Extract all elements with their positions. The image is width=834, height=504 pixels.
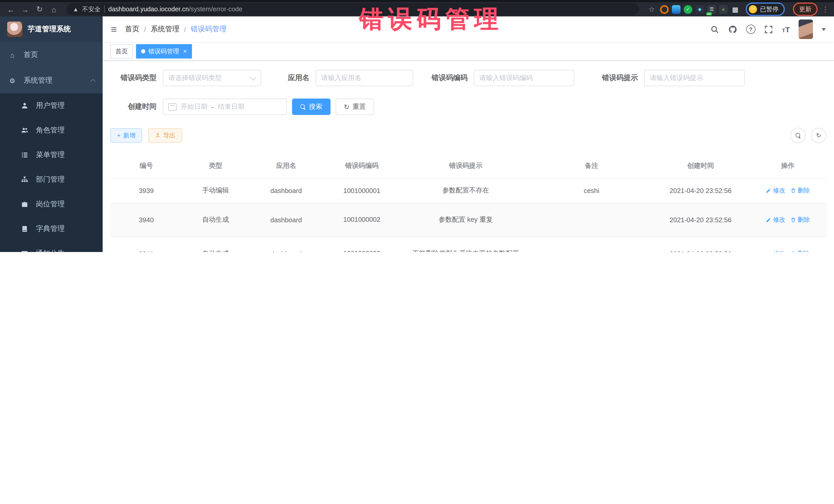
- help-icon[interactable]: ?: [746, 25, 755, 34]
- gear-icon: ⚙: [8, 76, 17, 85]
- user-avatar[interactable]: [798, 20, 813, 39]
- caret-down-icon[interactable]: [822, 28, 826, 30]
- calendar-icon: [168, 103, 177, 111]
- tag-error-code[interactable]: 错误码管理 ×: [136, 44, 192, 59]
- edit-link[interactable]: 修改: [766, 215, 785, 224]
- fullscreen-icon[interactable]: [764, 25, 773, 34]
- hamburger-icon[interactable]: ≡: [111, 23, 117, 35]
- error-type-select[interactable]: 请选择错误码类型: [163, 70, 261, 86]
- cell-hint: 参数配置 key 重复: [400, 203, 531, 237]
- sidebar-item-label: 部门管理: [36, 175, 95, 184]
- sidebar-item-roles[interactable]: 角色管理: [0, 118, 103, 143]
- error-code-table: 编号 类型 应用名 错误码编码 错误码提示 备注 创建时间 操作 3939 手动…: [110, 153, 826, 252]
- edit-link[interactable]: 修改: [766, 186, 785, 195]
- cell-remark: ceshi: [531, 178, 652, 203]
- active-dot-icon: [141, 49, 145, 53]
- bookmark-star-icon[interactable]: ☆: [649, 5, 655, 13]
- refresh-button[interactable]: ↻: [811, 128, 826, 143]
- close-icon[interactable]: ×: [183, 48, 187, 55]
- sidebar-item-posts[interactable]: 岗位管理: [0, 192, 103, 217]
- download-icon: [155, 132, 161, 139]
- users-icon: [21, 126, 29, 134]
- sidebar-item-system[interactable]: ⚙ 系统管理: [0, 68, 103, 93]
- extension-icon-switch[interactable]: on☰: [707, 5, 716, 14]
- filter-error-type: 错误码类型 请选择错误码类型: [110, 70, 261, 86]
- sidebar-item-home[interactable]: ⌂ 首页: [0, 42, 103, 68]
- reset-button[interactable]: ↻ 重置: [336, 98, 374, 115]
- app-name: 芋道管理系统: [28, 25, 71, 34]
- cell-remark: [531, 203, 652, 237]
- table-body: 3939 手动编辑 dashboard 1001000001 参数配置不存在 c…: [110, 178, 826, 252]
- error-code-input[interactable]: 请输入错误码编码: [474, 70, 574, 86]
- home-icon[interactable]: ⌂: [48, 5, 60, 14]
- page-content: 错误码类型 请选择错误码类型 应用名 请输入应用名 错误码编码: [103, 61, 834, 252]
- cell-app: dashboard: [249, 203, 323, 237]
- sidebar-item-label: 首页: [24, 50, 95, 60]
- main-panel: ≡ 首页 / 系统管理 / 错误码管理 ? TT: [103, 17, 834, 252]
- tag-home[interactable]: 首页: [110, 44, 133, 59]
- app-name-input[interactable]: 请输入应用名: [316, 70, 413, 86]
- col-header-app: 应用名: [249, 153, 323, 178]
- extension-icon-target[interactable]: [660, 5, 669, 14]
- sidebar-item-label: 角色管理: [36, 126, 95, 135]
- forward-icon[interactable]: →: [20, 5, 31, 14]
- sidebar-item-menus[interactable]: 菜单管理: [0, 143, 103, 167]
- cell-code: 1001000003: [323, 237, 400, 252]
- button-label: 重置: [353, 102, 366, 111]
- sidebar-item-departments[interactable]: 部门管理: [0, 167, 103, 192]
- profile-paused-badge[interactable]: 已暂停: [746, 3, 785, 16]
- placeholder: 请输入错误码提示: [650, 73, 739, 83]
- logo[interactable]: 芋道管理系统: [0, 17, 103, 42]
- add-button[interactable]: + 新增: [110, 128, 142, 143]
- delete-link[interactable]: 删除: [790, 186, 810, 195]
- update-button[interactable]: 更新: [793, 3, 817, 16]
- extension-icon-puzzle[interactable]: ▩: [731, 5, 740, 14]
- chevron-down-icon: [250, 74, 256, 80]
- address-bar[interactable]: ▲ 不安全 dashboard.yudao.iocoder.cn/system/…: [67, 3, 639, 15]
- security-label[interactable]: 不安全: [82, 5, 101, 14]
- delete-link[interactable]: 删除: [790, 215, 810, 224]
- edit-link[interactable]: 修改: [766, 249, 785, 252]
- breadcrumb-home[interactable]: 首页: [125, 25, 139, 34]
- extension-icon-grid[interactable]: ◆: [696, 5, 704, 14]
- search-icon[interactable]: [710, 25, 719, 34]
- extension-icon-gem[interactable]: [672, 5, 681, 14]
- sidebar-submenu: 用户管理 角色管理 菜单管理 部门管理 岗位管理: [0, 93, 103, 252]
- table-row: 3939 手动编辑 dashboard 1001000001 参数配置不存在 c…: [110, 178, 826, 203]
- export-button[interactable]: 导出: [148, 128, 182, 143]
- filter-row-2: 创建时间 开始日期 - 结束日期 搜索 ↻ 重置: [110, 98, 826, 115]
- sidebar-item-users[interactable]: 用户管理: [0, 93, 103, 118]
- cell-hint: 参数配置不存在: [400, 178, 531, 203]
- search-toggle-button[interactable]: [790, 128, 806, 143]
- back-icon[interactable]: ←: [5, 5, 17, 14]
- font-size-icon[interactable]: TT: [782, 25, 790, 34]
- sidebar-item-dict[interactable]: 字典管理: [0, 217, 103, 241]
- cell-ops: 修改 删除: [749, 203, 826, 237]
- end-date-placeholder: 结束日期: [218, 102, 245, 111]
- extension-icon-check[interactable]: ✓: [684, 5, 692, 14]
- reload-icon[interactable]: ↻: [34, 5, 45, 14]
- button-label: 搜索: [309, 102, 322, 111]
- error-hint-input[interactable]: 请输入错误码提示: [644, 70, 745, 86]
- briefcase-icon: [21, 200, 29, 209]
- breadcrumb: 首页 / 系统管理 / 错误码管理: [125, 25, 226, 34]
- search-button[interactable]: 搜索: [292, 98, 331, 115]
- breadcrumb-system[interactable]: 系统管理: [151, 25, 179, 34]
- cell-remark: [531, 237, 652, 252]
- table-row: 3941 自动生成 dashboard 1001000003 不能删除类型为系统…: [110, 237, 826, 252]
- extension-icon-key[interactable]: ⚹: [719, 5, 728, 14]
- plus-icon: +: [117, 132, 120, 139]
- delete-link[interactable]: 删除: [790, 249, 810, 252]
- cell-hint: 不能删除类型为系统内置的参数配置: [400, 237, 531, 252]
- cell-type: 自动生成: [182, 237, 249, 252]
- github-icon[interactable]: [728, 25, 737, 34]
- speech-bubble-icon: [21, 249, 29, 252]
- sidebar-item-label: 系统管理: [24, 76, 90, 85]
- sidebar-item-notice[interactable]: 通知公告: [0, 241, 103, 252]
- date-range-picker[interactable]: 开始日期 - 结束日期: [163, 98, 287, 115]
- cell-app: dashboard: [249, 178, 323, 203]
- paused-label: 已暂停: [760, 5, 778, 14]
- filter-label: 错误码编码: [426, 73, 467, 83]
- screen: ← → ↻ ⌂ ▲ 不安全 dashboard.yudao.iocoder.cn…: [0, 0, 834, 252]
- menu-kebab-icon[interactable]: ⋮: [822, 5, 829, 13]
